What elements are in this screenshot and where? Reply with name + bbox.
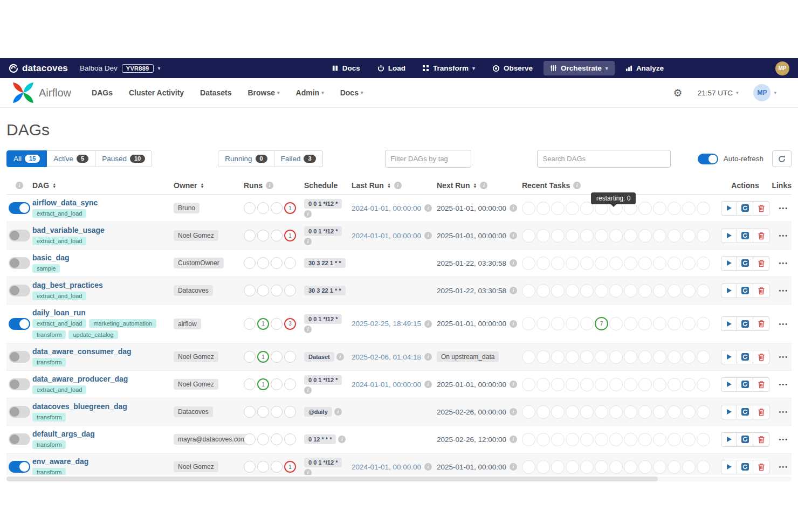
recent-task-circle[interactable]: [682, 405, 696, 419]
run-status-circle[interactable]: 1: [257, 351, 269, 363]
last-run-link[interactable]: 2025-02-06, 01:04:18: [352, 353, 421, 361]
recent-task-circle[interactable]: [653, 378, 666, 391]
run-status-circle[interactable]: [244, 318, 256, 330]
run-status-circle[interactable]: [244, 351, 256, 363]
recent-task-circle[interactable]: [668, 257, 681, 270]
recent-task-circle[interactable]: [536, 202, 550, 215]
trigger-dag-button[interactable]: [721, 256, 737, 271]
user-avatar[interactable]: MP: [775, 61, 789, 75]
airflow-logo[interactable]: Airflow: [12, 81, 71, 104]
info-icon[interactable]: i: [424, 204, 432, 212]
recent-task-circle[interactable]: [624, 405, 637, 419]
info-icon[interactable]: i: [334, 408, 342, 416]
recent-task-circle[interactable]: [536, 317, 550, 330]
reparse-dag-button[interactable]: [737, 256, 753, 271]
recent-task-circle[interactable]: [566, 202, 579, 215]
dag-pause-toggle[interactable]: [9, 378, 30, 390]
recent-task-circle[interactable]: [536, 433, 550, 446]
recent-task-circle[interactable]: [522, 460, 535, 474]
recent-task-circle[interactable]: [609, 378, 623, 391]
menu-item-observe[interactable]: Observe: [486, 61, 539, 75]
delete-dag-button[interactable]: [753, 405, 769, 419]
recent-task-circle[interactable]: [682, 202, 696, 215]
recent-task-circle[interactable]: [653, 257, 666, 270]
gear-icon[interactable]: ⚙: [673, 87, 683, 99]
nav-item-browse[interactable]: Browse▾: [247, 88, 279, 97]
timezone-selector[interactable]: 21:57 UTC ▾: [698, 89, 739, 97]
recent-task-circle[interactable]: [653, 405, 666, 419]
run-status-circle[interactable]: [271, 230, 283, 241]
nav-item-datasets[interactable]: Datasets: [200, 88, 231, 97]
info-icon[interactable]: i: [510, 381, 517, 388]
info-icon[interactable]: i: [510, 232, 517, 239]
recent-task-circle[interactable]: [566, 460, 579, 474]
run-status-circle[interactable]: [271, 378, 283, 390]
reparse-dag-button[interactable]: [737, 405, 753, 419]
recent-task-circle[interactable]: [536, 229, 550, 243]
info-icon[interactable]: i: [510, 287, 517, 294]
recent-task-circle[interactable]: [624, 284, 637, 298]
run-status-circle[interactable]: 1: [284, 461, 296, 473]
run-status-circle[interactable]: [244, 285, 256, 296]
dag-pause-toggle[interactable]: [9, 257, 30, 269]
dag-name-link[interactable]: env_aware_dag: [32, 457, 88, 466]
recent-task-circle[interactable]: [653, 433, 666, 446]
run-status-circle[interactable]: 1: [257, 378, 269, 390]
run-status-circle[interactable]: [257, 257, 269, 269]
links-menu[interactable]: •••: [779, 232, 788, 239]
recent-task-circle[interactable]: [638, 229, 652, 243]
recent-task-circle[interactable]: [566, 433, 579, 446]
info-icon[interactable]: i: [424, 232, 432, 239]
run-status-circle[interactable]: [257, 285, 269, 296]
links-menu[interactable]: •••: [779, 260, 788, 266]
dag-pause-toggle[interactable]: [9, 285, 30, 296]
recent-task-circle[interactable]: [697, 202, 710, 215]
nav-item-dags[interactable]: DAGs: [92, 88, 113, 97]
recent-task-circle[interactable]: [668, 350, 681, 364]
run-status-circle[interactable]: 3: [284, 318, 296, 330]
tab-active[interactable]: Active 5: [47, 150, 95, 167]
recent-task-circle[interactable]: [609, 229, 623, 243]
dag-pause-toggle[interactable]: [9, 461, 30, 473]
recent-task-circle[interactable]: [536, 257, 550, 270]
info-icon[interactable]: i: [510, 320, 517, 328]
reparse-dag-button[interactable]: [737, 284, 753, 298]
run-status-circle[interactable]: [284, 406, 296, 418]
dag-pause-toggle[interactable]: [9, 202, 30, 214]
dag-tag[interactable]: transform: [32, 358, 66, 367]
info-icon[interactable]: i: [338, 436, 346, 443]
info-icon[interactable]: i: [304, 386, 312, 394]
info-icon[interactable]: i: [304, 210, 312, 218]
recent-task-circle[interactable]: [697, 257, 710, 270]
menu-item-docs[interactable]: Docs: [325, 61, 367, 75]
tab-running[interactable]: Running 0: [218, 150, 274, 167]
recent-task-circle[interactable]: [580, 460, 594, 474]
recent-task-circle[interactable]: [624, 257, 637, 270]
recent-task-circle[interactable]: [697, 229, 710, 243]
dag-tag[interactable]: extract_and_load: [32, 319, 86, 328]
recent-task-circle[interactable]: [653, 317, 666, 330]
recent-task-circle[interactable]: [566, 378, 579, 391]
info-icon[interactable]: i: [394, 182, 402, 189]
recent-task-circle[interactable]: [668, 460, 681, 474]
run-status-circle[interactable]: [271, 202, 283, 214]
recent-task-circle[interactable]: [595, 405, 608, 419]
recent-task-circle[interactable]: [668, 405, 681, 419]
dag-name-link[interactable]: data_aware_consumer_dag: [32, 347, 132, 356]
run-status-circle[interactable]: [271, 257, 283, 269]
trigger-dag-button[interactable]: [721, 405, 737, 419]
last-run-link[interactable]: 2024-01-01, 00:00:00: [352, 232, 421, 240]
recent-task-circle[interactable]: [551, 378, 565, 391]
info-icon[interactable]: i: [424, 320, 432, 328]
run-status-circle[interactable]: 1: [284, 230, 296, 241]
recent-task-circle[interactable]: [668, 433, 681, 446]
dag-name-link[interactable]: data_aware_producer_dag: [32, 375, 128, 383]
run-status-circle[interactable]: [257, 202, 269, 214]
recent-task-circle[interactable]: [580, 317, 594, 330]
recent-task-circle[interactable]: [638, 433, 652, 446]
recent-task-circle[interactable]: [595, 257, 608, 270]
dag-name-link[interactable]: dag_best_practices: [32, 281, 103, 289]
delete-dag-button[interactable]: [753, 229, 769, 243]
recent-task-circle[interactable]: [595, 350, 608, 364]
recent-task-circle[interactable]: [580, 378, 594, 391]
